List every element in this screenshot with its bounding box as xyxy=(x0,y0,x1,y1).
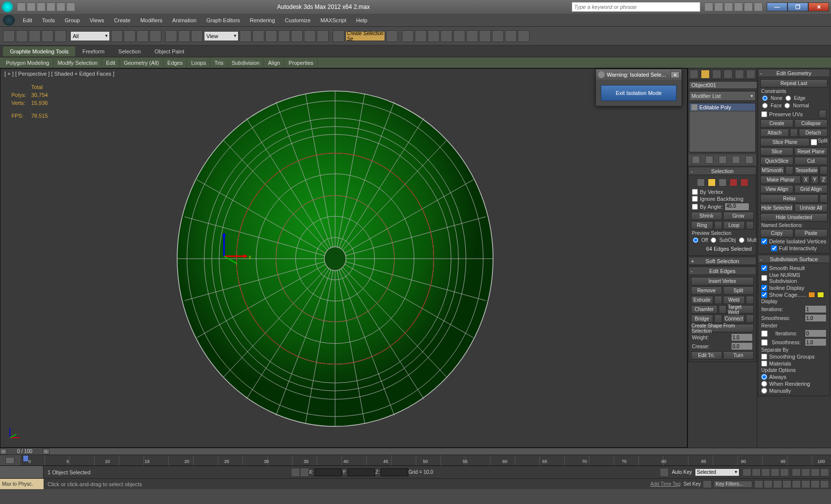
connect-settings-icon[interactable] xyxy=(746,315,754,323)
repeat-last-button[interactable]: Repeat Last xyxy=(760,79,828,88)
menu-modifiers[interactable]: Modifiers xyxy=(135,15,167,25)
collapse-button[interactable]: Collapse xyxy=(794,119,828,128)
preview-subobj-radio[interactable] xyxy=(711,237,716,243)
panel-properties[interactable]: Properties xyxy=(285,58,318,67)
panel-modifysel[interactable]: Modify Selection xyxy=(53,58,102,67)
angle-snap-icon[interactable] xyxy=(291,30,303,42)
border-subobj-icon[interactable] xyxy=(719,179,727,186)
nurms-checkbox[interactable] xyxy=(761,275,767,281)
manipulate-icon[interactable] xyxy=(252,30,264,42)
create-button[interactable]: Create xyxy=(760,119,793,128)
slice-button[interactable]: Slice xyxy=(760,147,793,156)
expand-icon[interactable] xyxy=(691,104,697,110)
stack-item-editablepoly[interactable]: Editable Poly xyxy=(689,103,755,111)
config-icon[interactable] xyxy=(745,156,753,164)
unhide-all-button[interactable]: Unhide All xyxy=(794,204,828,212)
layers-icon[interactable] xyxy=(428,30,440,42)
curve-editor-icon[interactable] xyxy=(453,30,465,42)
goto-end-icon[interactable] xyxy=(780,468,789,476)
tessellate-button[interactable]: Tessellate xyxy=(794,166,819,175)
exchange-icon[interactable] xyxy=(724,2,733,11)
soft-sel-head[interactable]: +Soft Selection xyxy=(689,257,756,265)
coord-x-input[interactable] xyxy=(314,468,342,476)
vertex-subobj-icon[interactable] xyxy=(697,179,705,186)
menu-maxscript[interactable]: MAXScript xyxy=(316,15,351,25)
ring-button[interactable]: Ring xyxy=(691,221,713,229)
reset-plane-button[interactable]: Reset Plane xyxy=(794,147,828,156)
polygon-subobj-icon[interactable] xyxy=(730,179,737,186)
constraint-edge-radio[interactable] xyxy=(785,95,791,101)
exit-isolation-button[interactable]: Exit Isolation Mode xyxy=(601,85,677,101)
tess-settings-icon[interactable] xyxy=(820,166,828,175)
app-icon[interactable] xyxy=(2,1,13,12)
msmooth-button[interactable]: MSmooth xyxy=(760,166,784,175)
element-subobj-icon[interactable] xyxy=(740,179,748,186)
window-crossing-icon[interactable] xyxy=(149,30,161,42)
bridge-settings-icon[interactable] xyxy=(714,315,722,323)
tab-selection[interactable]: Selection xyxy=(111,46,147,56)
shrink-button[interactable]: Shrink xyxy=(691,212,722,220)
chamfer-button[interactable]: Chamfer xyxy=(691,305,718,314)
edit-edges-head[interactable]: -Edit Edges xyxy=(689,267,756,275)
scale-icon[interactable] xyxy=(191,30,203,42)
rendered-frame-icon[interactable] xyxy=(505,30,517,42)
sep-materials-checkbox[interactable] xyxy=(761,361,767,367)
orbit-icon[interactable] xyxy=(754,480,763,488)
connect-button[interactable]: Connect xyxy=(723,315,745,323)
full-int-checkbox[interactable] xyxy=(771,245,777,251)
update-render-radio[interactable] xyxy=(761,381,767,387)
edge-subobj-icon[interactable] xyxy=(708,179,716,186)
planar-x-button[interactable]: X xyxy=(802,176,810,184)
max-viewport-icon[interactable] xyxy=(764,480,773,488)
grow-button[interactable]: Grow xyxy=(723,212,754,220)
add-time-tag[interactable]: Add Time Tag xyxy=(650,481,684,487)
qa-redo-icon[interactable] xyxy=(56,2,65,11)
maximize-vp-icon[interactable] xyxy=(820,480,829,488)
pin-stack-icon[interactable] xyxy=(692,156,700,164)
constraint-face-radio[interactable] xyxy=(762,103,768,108)
isoline-checkbox[interactable] xyxy=(761,285,767,291)
preview-off-radio[interactable] xyxy=(693,237,698,243)
display-tab-icon[interactable] xyxy=(735,70,744,79)
spinner-snap-icon[interactable] xyxy=(317,30,329,42)
copy-named-button[interactable]: Copy xyxy=(760,229,793,237)
favorite-icon[interactable] xyxy=(734,2,743,11)
angle-input[interactable]: 45.0 xyxy=(725,203,749,211)
selection-filter[interactable]: All xyxy=(70,31,110,41)
trackbar[interactable]: 05 1015 2025 3035 4045 5055 6065 7075 80… xyxy=(0,455,831,465)
hide-selected-button[interactable]: Hide Selected xyxy=(760,204,793,212)
subscription-icon[interactable] xyxy=(714,2,723,11)
view-align-button[interactable]: View Align xyxy=(760,185,793,193)
key-mode-dropdown[interactable]: Selected xyxy=(695,468,739,476)
rend-smooth-input[interactable]: 1.0 xyxy=(805,338,827,346)
qa-new-icon[interactable] xyxy=(17,2,26,11)
tab-objectpaint[interactable]: Object Paint xyxy=(147,46,191,56)
redo-icon[interactable] xyxy=(16,30,28,42)
menu-grapheditors[interactable]: Graph Editors xyxy=(201,15,245,25)
panel-loops[interactable]: Loops xyxy=(187,58,210,67)
make-planar-button[interactable]: Make Planar xyxy=(760,176,801,184)
orbit2-icon[interactable] xyxy=(811,480,820,488)
app-menu-icon[interactable] xyxy=(3,15,15,26)
snap-icon[interactable] xyxy=(278,30,290,42)
edit-tri-button[interactable]: Edit Tri. xyxy=(691,351,722,360)
keyfilters-button[interactable]: Key Filters... xyxy=(714,481,752,488)
render-icon[interactable] xyxy=(518,30,530,42)
motion-tab-icon[interactable] xyxy=(724,70,733,79)
qa-open-icon[interactable] xyxy=(27,2,36,11)
zoom-all-icon[interactable] xyxy=(773,480,782,488)
zoom-icon[interactable] xyxy=(811,468,820,476)
pivot-icon[interactable] xyxy=(240,30,251,42)
select-name-icon[interactable] xyxy=(124,30,136,42)
help-icon[interactable] xyxy=(744,2,753,11)
ribbon-tool-icon[interactable] xyxy=(193,47,201,55)
create-tab-icon[interactable] xyxy=(689,70,698,79)
preserve-uvs-checkbox[interactable] xyxy=(761,111,767,117)
grid-align-button[interactable]: Grid Align xyxy=(794,185,828,193)
play-icon[interactable] xyxy=(761,468,770,476)
next-frame-icon[interactable]: > xyxy=(43,449,49,455)
abs-rel-icon[interactable] xyxy=(300,468,309,477)
extrude-button[interactable]: Extrude xyxy=(691,296,713,304)
turn-button[interactable]: Turn xyxy=(723,351,754,360)
weld-settings-icon[interactable] xyxy=(746,296,754,304)
